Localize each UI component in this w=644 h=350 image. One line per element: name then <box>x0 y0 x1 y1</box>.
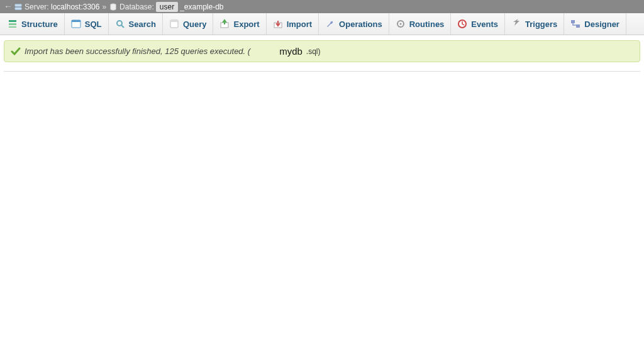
tab-import[interactable]: Import <box>267 13 319 35</box>
tab-designer[interactable]: Designer <box>564 13 626 35</box>
routines-icon <box>396 19 406 29</box>
database-label: Database: <box>119 3 154 11</box>
tab-label: Triggers <box>525 19 557 29</box>
tab-bar: Structure SQL Search Query Export Import… <box>0 13 644 35</box>
triggers-icon <box>511 19 521 29</box>
breadcrumb: ← Server: localhost:3306 » Database: use… <box>0 0 644 13</box>
tab-structure[interactable]: Structure <box>1 13 65 35</box>
success-text: Import has been successfully finished, 1… <box>25 46 250 56</box>
search-icon <box>115 19 125 29</box>
tab-label: Events <box>471 19 498 29</box>
server-icon <box>14 3 23 11</box>
imported-file-ext: .sql) <box>306 47 321 56</box>
tab-label: Query <box>183 19 207 29</box>
tab-triggers[interactable]: Triggers <box>505 13 564 35</box>
server-link[interactable]: localhost:3306 <box>51 3 99 11</box>
database-user: user <box>156 2 178 12</box>
designer-icon <box>570 19 580 29</box>
clock-icon <box>457 19 467 29</box>
tab-routines[interactable]: Routines <box>389 13 452 35</box>
svg-rect-5 <box>9 26 16 28</box>
tab-events[interactable]: Events <box>451 13 505 35</box>
database-icon <box>109 3 118 11</box>
tab-search[interactable]: Search <box>109 13 163 35</box>
svg-rect-7 <box>72 20 80 22</box>
svg-point-15 <box>399 23 401 25</box>
tab-label: Import <box>287 19 312 29</box>
svg-rect-17 <box>571 20 575 23</box>
tab-label: Operations <box>339 19 382 29</box>
sql-icon <box>71 19 81 29</box>
svg-rect-4 <box>9 23 16 25</box>
imported-filename: mydb <box>279 46 303 57</box>
success-message: Import has been successfully finished, 1… <box>4 40 640 62</box>
tab-label: Structure <box>21 19 58 29</box>
import-icon <box>273 19 283 29</box>
tab-label: Routines <box>409 19 445 29</box>
structure-icon <box>8 19 18 29</box>
svg-rect-1 <box>15 7 22 9</box>
tab-sql[interactable]: SQL <box>65 13 109 35</box>
divider <box>4 71 640 72</box>
svg-rect-18 <box>576 25 580 28</box>
svg-rect-0 <box>15 4 22 6</box>
svg-rect-3 <box>9 20 16 22</box>
tab-query[interactable]: Query <box>163 13 214 35</box>
tab-label: Designer <box>584 19 619 29</box>
export-icon <box>219 19 230 29</box>
svg-point-8 <box>117 21 122 26</box>
back-arrow[interactable]: ← <box>3 1 14 11</box>
svg-line-9 <box>121 25 124 28</box>
query-icon <box>169 19 179 29</box>
tab-label: Export <box>233 19 259 29</box>
tab-label: SQL <box>85 19 102 29</box>
tab-label: Search <box>129 19 156 29</box>
tab-operations[interactable]: Operations <box>319 13 389 35</box>
check-icon <box>11 46 21 57</box>
database-link[interactable]: _example-db <box>180 3 223 11</box>
breadcrumb-separator: » <box>99 3 109 11</box>
svg-rect-11 <box>170 20 178 22</box>
wrench-icon <box>325 19 335 29</box>
message-area: Import has been successfully finished, 1… <box>0 35 644 62</box>
tab-export[interactable]: Export <box>213 13 266 35</box>
server-label: Server: <box>25 3 49 11</box>
